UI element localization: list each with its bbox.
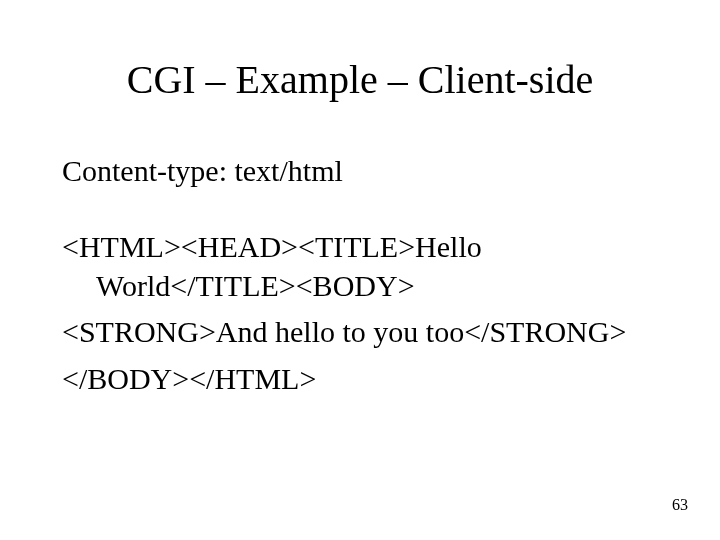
blank-line	[62, 198, 658, 228]
slide: CGI – Example – Client-side Content-type…	[0, 0, 720, 540]
code-line-1: <HTML><HEAD><TITLE>Hello World</TITLE><B…	[62, 228, 658, 305]
slide-title: CGI – Example – Client-side	[0, 56, 720, 103]
page-number: 63	[672, 496, 688, 514]
slide-body: Content-type: text/html <HTML><HEAD><TIT…	[62, 152, 658, 406]
content-type-line: Content-type: text/html	[62, 152, 658, 190]
code-line-3: </BODY></HTML>	[62, 360, 658, 398]
code-line-2: <STRONG>And hello to you too</STRONG>	[62, 313, 658, 351]
